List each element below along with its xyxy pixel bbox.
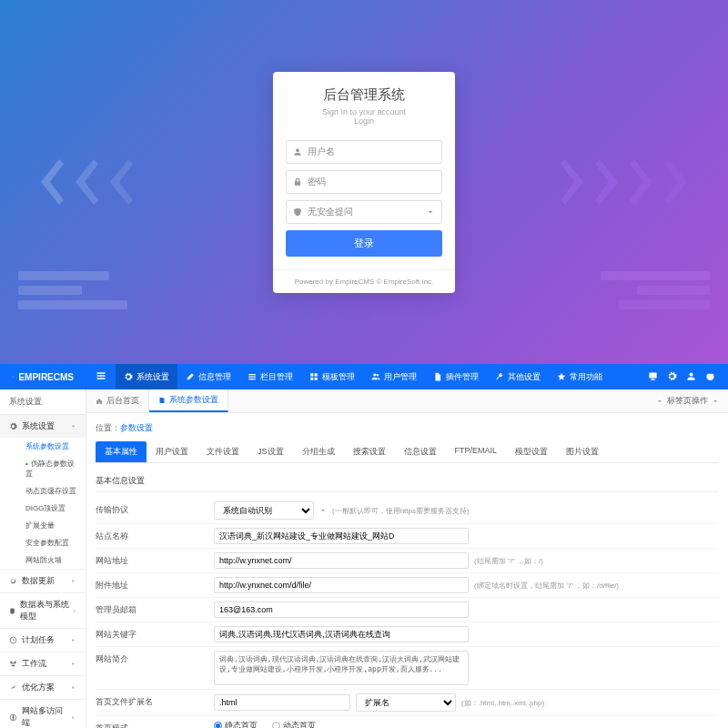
main-area: 后台首页系统参数设置 标签页操作 位置：参数设置 基本属性用户设置文件设置JS设… [86,389,728,728]
login-card: 后台管理系统 Sign In to your account Login 用户名… [273,72,455,293]
sidebar-item[interactable]: DIGG顶设置 [20,500,86,517]
form-label: 传输协议 [96,501,214,516]
topbar: EMPIRECMS 系统设置信息管理栏目管理模板管理用户管理插件管理其他设置常用… [0,364,728,389]
form-label: 网站简介 [96,651,214,665]
sidebar-title: 系统设置 [0,389,86,414]
sidebar-item[interactable]: 扩展变量 [20,517,86,534]
topnav: 系统设置信息管理栏目管理模板管理用户管理插件管理其他设置常用功能 [116,364,635,389]
radio-option[interactable]: 静态首页 [214,720,258,728]
svg-point-1 [13,377,14,378]
tab[interactable]: 系统参数设置 [149,389,228,412]
login-title: 后台管理系统 [288,86,440,104]
login-button[interactable]: 登录 [286,230,442,257]
radio-option[interactable]: 动态首页 [272,720,316,728]
user-icon [293,147,302,157]
brand[interactable]: EMPIRECMS [0,371,86,382]
sidebar-group[interactable]: 网站多访问端 [0,700,86,728]
text-input[interactable] [214,626,469,642]
topnav-grid[interactable]: 模板管理 [301,364,363,389]
bg-bars-right [601,271,710,309]
sidebar-item[interactable]: 安全参数配置 [20,534,86,551]
chevron-down-icon [712,398,719,405]
form-row: 网站简介词典,汉语词典,现代汉语词典,汉语词典在线查询,汉语大词典,武汉网站建设… [96,647,719,690]
login-tag: Login [288,116,440,126]
topbar-power-icon[interactable] [705,371,715,383]
textarea-input[interactable]: 词典,汉语词典,现代汉语词典,汉语词典在线查询,汉语大词典,武汉网站建设,专业做… [214,651,469,685]
form-row: 首页文件扩展名扩展名(如：.html,.htm,.xml,.php) [96,690,719,716]
settings-tab[interactable]: JS设置 [248,441,293,462]
login-subtitle: Sign In to your account [288,107,440,116]
settings-tab[interactable]: 搜索设置 [344,441,395,462]
brand-icon [13,371,14,382]
topnav-users[interactable]: 用户管理 [363,364,425,389]
sidebar-group[interactable]: 数据表与系统模型 [0,593,86,628]
sidebar-group[interactable]: 系统设置 [0,415,86,438]
form-label: 管理员邮箱 [96,602,214,616]
form-label: 附件地址 [96,577,214,592]
topnav-edit[interactable]: 信息管理 [177,364,239,389]
tab[interactable]: 后台首页 [86,389,149,412]
form-row: 附件地址(绑定域名时设置，结尾需加 "/" ，如：/d/file/) [96,573,719,598]
bg-arrows-left [36,159,133,205]
topnav-wrench[interactable]: 其他设置 [487,364,549,389]
security-question-select[interactable]: 无安全提问 [286,200,442,224]
topnav-list[interactable]: 栏目管理 [239,364,301,389]
form-label: 站点名称 [96,528,214,542]
settings-tab[interactable]: 分组生成 [293,441,344,462]
settings-tab[interactable]: 信息设置 [395,441,446,462]
settings-tab[interactable]: 图片设置 [557,441,608,462]
topnav-gear[interactable]: 系统设置 [116,364,177,389]
tab-operations[interactable]: 标签页操作 [647,395,728,407]
menu-toggle[interactable] [86,370,116,383]
login-screen: 后台管理系统 Sign In to your account Login 用户名… [0,0,728,364]
form-row: 网站关键字 [96,622,719,647]
sidebar-group[interactable]: 数据更新 [0,570,86,592]
sidebar-item[interactable]: 网站防火墙 [20,551,86,569]
text-input[interactable] [214,694,350,711]
topbar-gear-icon[interactable] [667,371,677,383]
settings-tab[interactable]: 基本属性 [96,441,147,462]
sidebar: 系统设置 系统设置系统参数设置伪静态参数设置动态页缓存设置DIGG顶设置扩展变量… [0,389,86,728]
topbar-user-icon[interactable] [686,371,696,383]
username-input[interactable]: 用户名 [286,140,442,164]
lock-icon [293,177,302,187]
select-input[interactable]: 扩展名 [356,693,456,712]
tabbar: 后台首页系统参数设置 标签页操作 [86,389,728,413]
settings-tab[interactable]: 文件设置 [197,441,248,462]
sidebar-group[interactable]: 优化方案 [0,676,86,699]
sidebar-item[interactable]: 动态页缓存设置 [20,482,86,500]
shield-icon [293,207,302,217]
sidebar-item[interactable]: 系统参数设置 [20,438,86,455]
select-input[interactable]: 系统自动识别 [214,501,314,520]
sidebar-group[interactable]: 工作流 [0,652,86,675]
form-row: 网站地址(结尾需加 "/" ，如：/) [96,549,719,573]
bg-bars-left [18,271,127,309]
text-input[interactable] [214,602,469,618]
form-label: 网站关键字 [96,626,214,641]
hamburger-icon [96,370,106,381]
topnav-star[interactable]: 常用功能 [549,364,611,389]
settings-tabs: 基本属性用户设置文件设置JS设置分组生成搜索设置信息设置FTP/EMAIL模型设… [96,441,719,463]
topnav-doc[interactable]: 插件管理 [425,364,487,389]
sidebar-group[interactable]: 计划任务 [0,629,86,652]
settings-tab[interactable]: FTP/EMAIL [446,441,507,462]
chevron-down-icon [656,398,663,405]
topbar-monitor-icon[interactable] [648,371,658,383]
login-footer: Powered by EmpireCMS © EmpireSoft Inc. [273,269,455,293]
text-input[interactable] [214,577,469,593]
form-row: 管理员邮箱 [96,598,719,622]
section-title: 基本信息设置 [96,470,719,492]
topbar-actions [635,371,728,383]
bg-arrows-right [561,159,692,205]
settings-tab[interactable]: 模型设置 [506,441,557,462]
form-label: 网站地址 [96,552,214,567]
password-input[interactable]: 密码 [286,170,442,194]
text-input[interactable] [214,528,469,544]
text-input[interactable] [214,552,469,569]
admin-screen: EMPIRECMS 系统设置信息管理栏目管理模板管理用户管理插件管理其他设置常用… [0,364,728,728]
form-row: 首页模式静态首页动态首页 [96,716,719,728]
form-row: 站点名称 [96,524,719,549]
settings-tab[interactable]: 用户设置 [147,441,197,462]
form-label: 首页文件扩展名 [96,693,214,708]
sidebar-item[interactable]: 伪静态参数设置 [20,455,86,482]
